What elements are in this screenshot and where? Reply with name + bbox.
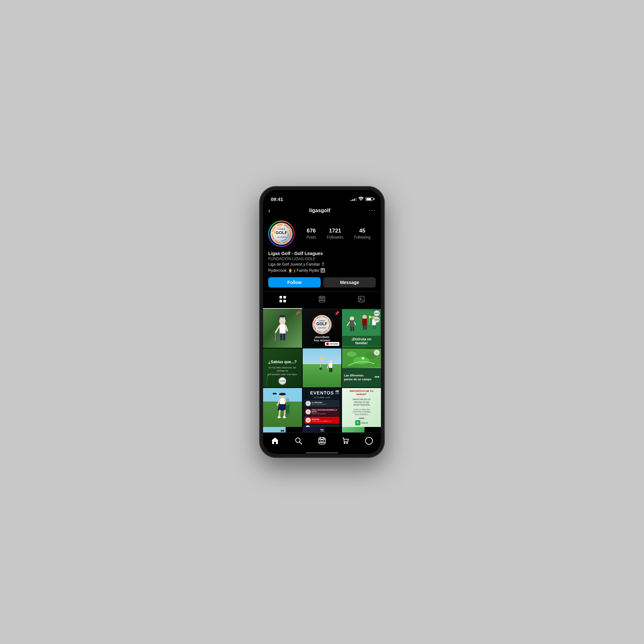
video-badge-b1: 📷 xyxy=(280,428,284,432)
avatar[interactable]: LIGAS GOLF LEAGUES xyxy=(268,221,295,247)
svg-point-81 xyxy=(296,438,300,442)
grid-item-b2[interactable]: 📷 xyxy=(303,427,325,432)
svg-point-63 xyxy=(362,357,365,360)
reels-icon xyxy=(318,296,326,304)
svg-line-22 xyxy=(286,326,287,331)
grid-item[interactable] xyxy=(263,388,302,427)
stat-posts: 676 Posts xyxy=(307,228,316,240)
status-icons xyxy=(351,197,373,202)
svg-text:GOLF: GOLF xyxy=(317,322,327,326)
phone-outer: 09:41 ‹ ligasg xyxy=(259,186,385,458)
svg-rect-67 xyxy=(280,398,285,405)
svg-line-58 xyxy=(327,368,327,373)
action-buttons: Follow Message xyxy=(268,277,376,288)
svg-point-12 xyxy=(322,298,323,299)
grid-item[interactable]: ¡Disfruta enfamilia! GOLF GOLF xyxy=(342,309,381,348)
grid-item[interactable]: EVENTOS 📋 OCTUBRE 2024 G 1a PRUEBA xyxy=(303,388,342,427)
svg-rect-48 xyxy=(375,325,376,329)
bottom-nav-shop[interactable] xyxy=(337,435,354,446)
svg-rect-28 xyxy=(281,315,284,317)
bottom-nav-home[interactable] xyxy=(267,435,283,446)
posts-grid: 📌 LIGAS GOLF LEAGUES xyxy=(263,309,381,427)
grid-item-b1[interactable]: 📷 xyxy=(263,427,286,432)
svg-point-53 xyxy=(329,360,332,363)
svg-rect-24 xyxy=(283,333,285,340)
svg-rect-75 xyxy=(286,403,289,405)
bottom-partial-row: 📷 📷 xyxy=(263,427,381,432)
home-indicator xyxy=(263,453,381,454)
svg-point-70 xyxy=(278,416,281,418)
svg-rect-44 xyxy=(365,325,367,330)
profile-content[interactable]: LIGAS GOLF LEAGUES xyxy=(263,217,381,432)
stat-posts-number: 676 xyxy=(307,228,316,234)
svg-point-18 xyxy=(360,298,361,299)
pin-icon-2: 📌 xyxy=(335,311,339,316)
grid-item[interactable]: ¿Sabías que...? En los días calurosos, l… xyxy=(263,348,302,387)
tabs-bar xyxy=(263,291,381,309)
shop-icon xyxy=(341,437,350,445)
svg-text:GOLF: GOLF xyxy=(276,230,288,235)
grid-item-b3[interactable] xyxy=(342,427,365,432)
signal-icon xyxy=(351,197,356,201)
profile-name: Ligas Golf - Golf Leagues xyxy=(268,251,376,256)
profile-header: LIGAS GOLF LEAGUES xyxy=(263,217,381,291)
svg-point-90 xyxy=(347,443,348,444)
more-options-button[interactable]: ··· xyxy=(369,207,376,214)
tab-tagged[interactable] xyxy=(342,292,381,309)
svg-rect-7 xyxy=(283,296,286,298)
profile-circle-icon xyxy=(365,437,373,445)
back-button[interactable]: ‹ xyxy=(268,207,270,214)
pin-icon: 📌 xyxy=(295,311,300,316)
svg-rect-20 xyxy=(279,324,286,334)
svg-line-25 xyxy=(275,332,276,341)
svg-rect-9 xyxy=(283,300,286,302)
tab-reels[interactable] xyxy=(302,292,342,309)
svg-rect-40 xyxy=(353,327,354,331)
bottom-nav-profile[interactable] xyxy=(361,435,377,446)
svg-point-89 xyxy=(344,443,345,444)
wifi-icon xyxy=(358,197,364,202)
svg-line-55 xyxy=(327,364,329,368)
bottom-nav xyxy=(263,432,381,453)
svg-rect-57 xyxy=(331,368,332,372)
battery-icon xyxy=(365,197,373,201)
bottom-nav-reels[interactable] xyxy=(314,435,330,446)
svg-rect-8 xyxy=(279,300,282,302)
follow-button[interactable]: Follow xyxy=(268,277,321,288)
grid-icon xyxy=(279,296,286,304)
svg-point-84 xyxy=(321,440,323,442)
stat-followers-number: 1721 xyxy=(327,228,343,234)
svg-line-82 xyxy=(299,442,302,445)
grid-item[interactable]: LIGAS GOLF LEAGUES ¡Inscríbetehoy mismo!… xyxy=(303,309,342,348)
grid-item[interactable] xyxy=(303,348,342,387)
bottom-nav-search[interactable] xyxy=(290,435,307,446)
profile-bio-line1: Liga de Golf Juvenil y Familiar 🏌 xyxy=(268,262,376,267)
svg-rect-43 xyxy=(363,325,365,330)
grid-item[interactable]: ⛳ Las diferentespartes de un campo ▸▸▸ xyxy=(342,348,381,387)
stat-following[interactable]: 45 Following xyxy=(354,228,371,240)
tagged-icon xyxy=(358,296,365,304)
status-bar: 09:41 xyxy=(263,190,381,204)
svg-point-52 xyxy=(265,384,268,386)
message-button[interactable]: Message xyxy=(323,277,376,288)
profile-bio-line2: Rydercook 🤵 y Family Ryder 👨‍👩‍👧‍👦 xyxy=(268,268,376,273)
svg-rect-6 xyxy=(279,296,282,298)
golfer-svg xyxy=(274,315,291,342)
svg-point-41 xyxy=(363,315,367,319)
svg-point-65 xyxy=(279,393,286,395)
svg-line-21 xyxy=(276,326,279,332)
grid-item[interactable]: DEPORTIVO DE TUHIJO/A? PARTICIPA EN UNPR… xyxy=(342,388,381,427)
svg-rect-42 xyxy=(363,318,367,326)
profile-category: FUNDACIÓN LIGAS GOLF xyxy=(268,257,376,261)
svg-point-91 xyxy=(365,437,373,444)
stat-followers[interactable]: 1721 Followers xyxy=(327,228,343,240)
svg-rect-54 xyxy=(329,363,332,368)
svg-rect-47 xyxy=(373,325,374,329)
stat-following-label: Following xyxy=(354,235,371,240)
svg-line-51 xyxy=(267,375,268,384)
grid-item[interactable]: 📌 xyxy=(263,309,302,348)
svg-point-71 xyxy=(283,416,286,418)
stat-following-number: 45 xyxy=(354,228,371,234)
svg-rect-83 xyxy=(319,438,325,444)
tab-grid[interactable] xyxy=(263,292,302,309)
